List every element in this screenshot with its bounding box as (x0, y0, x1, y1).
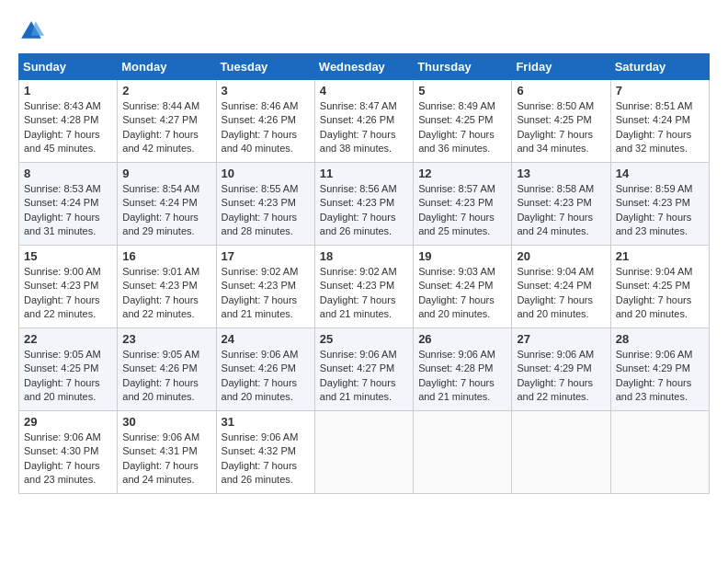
day-info: Sunrise: 8:47 AM Sunset: 4:26 PM Dayligh… (320, 99, 408, 156)
day-number: 3 (222, 84, 310, 98)
day-cell: 9 Sunrise: 8:54 AM Sunset: 4:24 PM Dayli… (118, 163, 216, 246)
day-info: Sunrise: 9:06 AM Sunset: 4:32 PM Dayligh… (222, 431, 310, 488)
day-info: Sunrise: 9:03 AM Sunset: 4:24 PM Dayligh… (418, 265, 506, 322)
day-number: 11 (320, 167, 408, 180)
day-cell: 24 Sunrise: 9:06 AM Sunset: 4:26 PM Dayl… (216, 328, 314, 411)
day-info: Sunrise: 9:06 AM Sunset: 4:26 PM Dayligh… (222, 348, 310, 405)
logo-icon (18, 18, 44, 44)
day-info: Sunrise: 8:53 AM Sunset: 4:24 PM Dayligh… (24, 182, 112, 239)
day-info: Sunrise: 9:01 AM Sunset: 4:23 PM Dayligh… (122, 265, 210, 322)
day-number: 29 (24, 415, 112, 429)
day-number: 13 (517, 167, 605, 180)
day-number: 6 (517, 84, 605, 98)
day-info: Sunrise: 8:59 AM Sunset: 4:23 PM Dayligh… (616, 182, 704, 239)
day-info: Sunrise: 8:55 AM Sunset: 4:23 PM Dayligh… (222, 182, 310, 239)
day-number: 20 (517, 249, 605, 263)
day-cell: 12 Sunrise: 8:57 AM Sunset: 4:23 PM Dayl… (414, 163, 512, 246)
day-cell: 25 Sunrise: 9:06 AM Sunset: 4:27 PM Dayl… (314, 328, 413, 411)
day-cell: 14 Sunrise: 8:59 AM Sunset: 4:23 PM Dayl… (610, 163, 709, 246)
day-number: 26 (418, 332, 506, 346)
weekday-header-row: SundayMondayTuesdayWednesdayThursdayFrid… (19, 54, 710, 80)
day-number: 15 (24, 249, 112, 263)
day-info: Sunrise: 9:02 AM Sunset: 4:23 PM Dayligh… (222, 265, 310, 322)
day-number: 16 (122, 249, 210, 263)
day-cell: 18 Sunrise: 9:02 AM Sunset: 4:23 PM Dayl… (314, 246, 413, 328)
day-info: Sunrise: 8:58 AM Sunset: 4:23 PM Dayligh… (517, 182, 605, 239)
day-cell: 19 Sunrise: 9:03 AM Sunset: 4:24 PM Dayl… (414, 246, 512, 328)
day-number: 25 (320, 332, 408, 346)
weekday-header-sunday: Sunday (19, 54, 118, 80)
day-number: 23 (122, 332, 210, 346)
logo (18, 18, 48, 44)
day-info: Sunrise: 8:51 AM Sunset: 4:24 PM Dayligh… (616, 99, 704, 156)
day-info: Sunrise: 8:43 AM Sunset: 4:28 PM Dayligh… (24, 99, 112, 156)
day-cell: 1 Sunrise: 8:43 AM Sunset: 4:28 PM Dayli… (19, 80, 118, 163)
day-number: 5 (418, 84, 506, 98)
day-cell: 21 Sunrise: 9:04 AM Sunset: 4:25 PM Dayl… (610, 246, 709, 328)
day-number: 2 (122, 84, 210, 98)
day-cell: 29 Sunrise: 9:06 AM Sunset: 4:30 PM Dayl… (19, 411, 118, 494)
day-cell: 4 Sunrise: 8:47 AM Sunset: 4:26 PM Dayli… (314, 80, 413, 163)
weekday-header-tuesday: Tuesday (216, 54, 314, 80)
day-number: 17 (222, 249, 310, 263)
day-info: Sunrise: 9:06 AM Sunset: 4:29 PM Dayligh… (616, 348, 704, 405)
day-info: Sunrise: 8:49 AM Sunset: 4:25 PM Dayligh… (418, 99, 506, 156)
day-number: 24 (222, 332, 310, 346)
day-info: Sunrise: 8:56 AM Sunset: 4:23 PM Dayligh… (320, 182, 408, 239)
day-number: 10 (222, 167, 310, 180)
day-cell: 2 Sunrise: 8:44 AM Sunset: 4:27 PM Dayli… (118, 80, 216, 163)
day-number: 12 (418, 167, 506, 180)
day-info: Sunrise: 9:06 AM Sunset: 4:27 PM Dayligh… (320, 348, 408, 405)
day-cell (414, 411, 512, 494)
day-number: 27 (517, 332, 605, 346)
page-header (18, 18, 710, 44)
day-number: 31 (222, 415, 310, 429)
day-info: Sunrise: 8:50 AM Sunset: 4:25 PM Dayligh… (517, 99, 605, 156)
day-cell: 8 Sunrise: 8:53 AM Sunset: 4:24 PM Dayli… (19, 163, 118, 246)
day-number: 14 (616, 167, 704, 180)
calendar-table: SundayMondayTuesdayWednesdayThursdayFrid… (18, 53, 710, 494)
weekday-header-thursday: Thursday (414, 54, 512, 80)
week-row-1: 1 Sunrise: 8:43 AM Sunset: 4:28 PM Dayli… (19, 80, 710, 163)
day-cell: 5 Sunrise: 8:49 AM Sunset: 4:25 PM Dayli… (414, 80, 512, 163)
day-info: Sunrise: 9:02 AM Sunset: 4:23 PM Dayligh… (320, 265, 408, 322)
day-info: Sunrise: 9:00 AM Sunset: 4:23 PM Dayligh… (24, 265, 112, 322)
day-cell: 20 Sunrise: 9:04 AM Sunset: 4:24 PM Dayl… (512, 246, 610, 328)
day-cell: 30 Sunrise: 9:06 AM Sunset: 4:31 PM Dayl… (118, 411, 216, 494)
day-cell: 22 Sunrise: 9:05 AM Sunset: 4:25 PM Dayl… (19, 328, 118, 411)
day-cell: 31 Sunrise: 9:06 AM Sunset: 4:32 PM Dayl… (216, 411, 314, 494)
day-number: 22 (24, 332, 112, 346)
day-info: Sunrise: 8:54 AM Sunset: 4:24 PM Dayligh… (122, 182, 210, 239)
day-cell: 7 Sunrise: 8:51 AM Sunset: 4:24 PM Dayli… (610, 80, 709, 163)
day-cell: 13 Sunrise: 8:58 AM Sunset: 4:23 PM Dayl… (512, 163, 610, 246)
day-cell: 26 Sunrise: 9:06 AM Sunset: 4:28 PM Dayl… (414, 328, 512, 411)
day-info: Sunrise: 9:04 AM Sunset: 4:24 PM Dayligh… (517, 265, 605, 322)
day-info: Sunrise: 9:06 AM Sunset: 4:30 PM Dayligh… (24, 431, 112, 488)
day-cell: 15 Sunrise: 9:00 AM Sunset: 4:23 PM Dayl… (19, 246, 118, 328)
day-cell (314, 411, 413, 494)
weekday-header-saturday: Saturday (610, 54, 709, 80)
day-cell: 6 Sunrise: 8:50 AM Sunset: 4:25 PM Dayli… (512, 80, 610, 163)
day-info: Sunrise: 8:44 AM Sunset: 4:27 PM Dayligh… (122, 99, 210, 156)
day-number: 19 (418, 249, 506, 263)
week-row-3: 15 Sunrise: 9:00 AM Sunset: 4:23 PM Dayl… (19, 246, 710, 328)
day-info: Sunrise: 9:06 AM Sunset: 4:28 PM Dayligh… (418, 348, 506, 405)
day-info: Sunrise: 8:57 AM Sunset: 4:23 PM Dayligh… (418, 182, 506, 239)
day-info: Sunrise: 9:05 AM Sunset: 4:25 PM Dayligh… (24, 348, 112, 405)
day-info: Sunrise: 9:05 AM Sunset: 4:26 PM Dayligh… (122, 348, 210, 405)
day-cell: 17 Sunrise: 9:02 AM Sunset: 4:23 PM Dayl… (216, 246, 314, 328)
day-number: 18 (320, 249, 408, 263)
day-number: 1 (24, 84, 112, 98)
week-row-2: 8 Sunrise: 8:53 AM Sunset: 4:24 PM Dayli… (19, 163, 710, 246)
day-cell: 16 Sunrise: 9:01 AM Sunset: 4:23 PM Dayl… (118, 246, 216, 328)
day-cell: 27 Sunrise: 9:06 AM Sunset: 4:29 PM Dayl… (512, 328, 610, 411)
day-info: Sunrise: 9:06 AM Sunset: 4:31 PM Dayligh… (122, 431, 210, 488)
day-number: 8 (24, 167, 112, 180)
week-row-4: 22 Sunrise: 9:05 AM Sunset: 4:25 PM Dayl… (19, 328, 710, 411)
day-cell: 28 Sunrise: 9:06 AM Sunset: 4:29 PM Dayl… (610, 328, 709, 411)
day-cell: 11 Sunrise: 8:56 AM Sunset: 4:23 PM Dayl… (314, 163, 413, 246)
day-number: 21 (616, 249, 704, 263)
day-cell: 10 Sunrise: 8:55 AM Sunset: 4:23 PM Dayl… (216, 163, 314, 246)
day-info: Sunrise: 9:04 AM Sunset: 4:25 PM Dayligh… (616, 265, 704, 322)
day-number: 28 (616, 332, 704, 346)
